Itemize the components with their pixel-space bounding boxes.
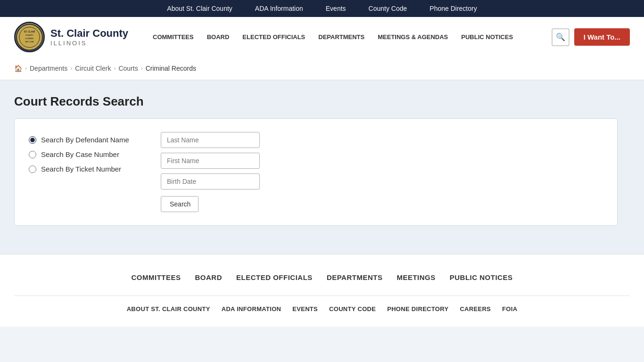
breadcrumb-circuit-clerk[interactable]: Circuit Clerk — [75, 65, 111, 72]
footer-board[interactable]: BOARD — [195, 273, 223, 281]
nav-departments[interactable]: DEPARTMENTS — [313, 30, 370, 44]
separator-3: › — [114, 65, 116, 72]
nav-meetings[interactable]: MEETINGS & AGENDAS — [372, 30, 454, 44]
header-actions: 🔍 I Want To... — [552, 28, 630, 46]
breadcrumb-home[interactable]: 🏠 — [14, 65, 22, 72]
footer-about[interactable]: ABOUT ST. CLAIR COUNTY — [127, 305, 210, 313]
search-box: Search By Defendant Name Search By Case … — [14, 118, 618, 226]
county-code-link[interactable]: County Code — [369, 5, 407, 12]
footer-primary-nav: COMMITTEES BOARD ELECTED OFFICIALS DEPAR… — [14, 273, 630, 281]
search-submit-button[interactable]: Search — [161, 196, 198, 212]
footer-events[interactable]: EVENTS — [292, 305, 318, 313]
radio-defendant-label: Search By Defendant Name — [41, 136, 129, 144]
footer-phone[interactable]: PHONE DIRECTORY — [387, 305, 448, 313]
last-name-input[interactable] — [161, 132, 260, 148]
nav-committees[interactable]: COMMITTEES — [147, 30, 199, 44]
footer-committees[interactable]: COMMITTEES — [132, 273, 181, 281]
separator-4: › — [141, 65, 143, 72]
nav-elected-officials[interactable]: ELECTED OFFICIALS — [237, 30, 311, 44]
state-name: ILLINOIS — [50, 40, 128, 47]
ada-link[interactable]: ADA Information — [255, 5, 303, 12]
radio-options: Search By Defendant Name Search By Case … — [29, 132, 142, 173]
radio-ticket-input[interactable] — [29, 165, 36, 173]
logo-seal: ST. CLAIR COUNTY ILLINOIS EST. 1790 — [14, 22, 45, 52]
footer-secondary-nav: ABOUT ST. CLAIR COUNTY ADA INFORMATION E… — [14, 305, 630, 313]
page-title: Court Records Search — [14, 94, 630, 109]
search-form: Search By Defendant Name Search By Case … — [29, 132, 603, 212]
svg-text:ST. CLAIR: ST. CLAIR — [24, 31, 35, 33]
breadcrumb: 🏠 › Departments › Circuit Clerk › Courts… — [14, 65, 630, 72]
events-link[interactable]: Events — [326, 5, 346, 12]
radio-case-input[interactable] — [29, 151, 36, 158]
main-nav: COMMITTEES BOARD ELECTED OFFICIALS DEPAR… — [147, 30, 552, 44]
nav-public-notices[interactable]: PUBLIC NOTICES — [455, 30, 519, 44]
footer-ada[interactable]: ADA INFORMATION — [222, 305, 281, 313]
top-bar: About St. Clair County ADA Information E… — [0, 0, 644, 17]
breadcrumb-departments[interactable]: Departments — [30, 65, 67, 72]
breadcrumb-area: 🏠 › Departments › Circuit Clerk › Courts… — [0, 57, 644, 80]
breadcrumb-courts[interactable]: Courts — [118, 65, 138, 72]
search-toggle-button[interactable]: 🔍 — [552, 28, 570, 46]
svg-text:EST. 1790: EST. 1790 — [25, 40, 34, 42]
birth-date-input[interactable] — [161, 173, 260, 189]
footer: COMMITTEES BOARD ELECTED OFFICIALS DEPAR… — [0, 254, 644, 327]
county-name: St. Clair County — [50, 27, 128, 40]
phone-directory-link[interactable]: Phone Directory — [429, 5, 477, 12]
radio-case-label: Search By Case Number — [41, 150, 119, 158]
separator-2: › — [70, 65, 72, 72]
main-content: Court Records Search Search By Defendant… — [0, 80, 644, 254]
radio-case[interactable]: Search By Case Number — [29, 150, 142, 158]
footer-careers[interactable]: CAREERS — [460, 305, 491, 313]
footer-meetings[interactable]: MEETINGS — [396, 273, 435, 281]
nav-board[interactable]: BOARD — [201, 30, 235, 44]
footer-elected-officials[interactable]: ELECTED OFFICIALS — [236, 273, 313, 281]
home-icon: 🏠 — [14, 65, 22, 72]
breadcrumb-current: Criminal Records — [146, 65, 196, 72]
footer-foia[interactable]: FOIA — [502, 305, 517, 313]
radio-defendant[interactable]: Search By Defendant Name — [29, 136, 142, 144]
header: ST. CLAIR COUNTY ILLINOIS EST. 1790 St. … — [0, 17, 644, 57]
footer-divider — [14, 296, 630, 296]
i-want-to-button[interactable]: I Want To... — [574, 28, 630, 46]
about-link[interactable]: About St. Clair County — [167, 5, 232, 12]
footer-county-code[interactable]: COUNTY CODE — [329, 305, 376, 313]
logo-text: St. Clair County ILLINOIS — [50, 27, 128, 47]
svg-text:COUNTY: COUNTY — [25, 34, 33, 36]
fields-area: Search — [161, 132, 603, 212]
radio-defendant-input[interactable] — [29, 136, 36, 144]
radio-ticket-label: Search By Ticket Number — [41, 165, 121, 173]
footer-public-notices[interactable]: PUBLIC NOTICES — [450, 273, 513, 281]
svg-text:ILLINOIS: ILLINOIS — [25, 37, 33, 39]
logo[interactable]: ST. CLAIR COUNTY ILLINOIS EST. 1790 St. … — [14, 22, 128, 52]
footer-departments[interactable]: DEPARTMENTS — [327, 273, 383, 281]
separator-1: › — [25, 65, 27, 72]
search-icon: 🔍 — [556, 33, 565, 41]
radio-ticket[interactable]: Search By Ticket Number — [29, 165, 142, 173]
first-name-input[interactable] — [161, 153, 260, 169]
